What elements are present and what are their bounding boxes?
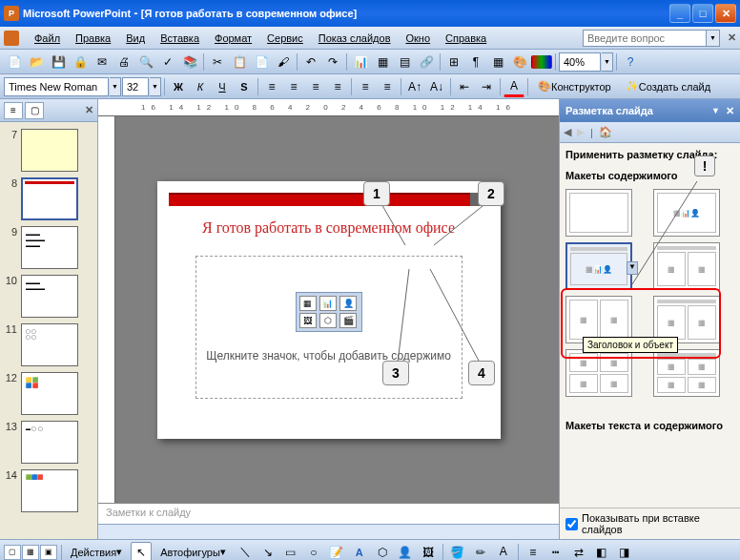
menu-format[interactable]: Формат — [207, 30, 259, 47]
fill-color-button[interactable]: 🪣 — [447, 542, 468, 561]
menu-view[interactable]: Вид — [118, 30, 153, 47]
font-color-button[interactable]: A — [493, 542, 514, 561]
editor-canvas[interactable]: Я готов работать в современном офисе ▦ 📊… — [98, 116, 559, 503]
slide-thumbnail[interactable]: 12🟨 🟩🟦 🟥 — [0, 369, 97, 418]
shadow-button[interactable]: S — [234, 76, 255, 97]
bullets-button[interactable]: ≡ — [377, 76, 398, 97]
align-left-button[interactable]: ≡ — [261, 76, 282, 97]
insert-media-icon[interactable]: 🎬 — [339, 313, 357, 328]
chart-button[interactable]: 📊 — [350, 52, 371, 73]
italic-button[interactable]: К — [190, 76, 211, 97]
close-button[interactable]: ✕ — [715, 4, 736, 23]
draw-actions-menu[interactable]: Действия ▾ — [64, 542, 129, 561]
align-justify-button[interactable]: ≡ — [327, 76, 348, 97]
format-painter-button[interactable]: 🖌 — [273, 52, 294, 73]
slideshow-view-button[interactable]: ▣ — [40, 545, 57, 560]
align-center-button[interactable]: ≡ — [283, 76, 304, 97]
designer-button[interactable]: 🎨 Конструктор — [531, 76, 618, 97]
zoom-dropdown[interactable]: ▼ — [602, 52, 613, 72]
preview-button[interactable]: 🔍 — [135, 52, 156, 73]
grayscale-button[interactable] — [531, 55, 552, 69]
decrease-font-button[interactable]: A↓ — [426, 76, 447, 97]
mdi-close-button[interactable]: ✕ — [728, 31, 736, 44]
slide-thumbnail[interactable]: 11▢ ▢▢ ▢ — [0, 321, 97, 369]
content-placeholder[interactable]: ▦ 📊 👤 🖼 ⬡ 🎬 Щелкните значок, чтобы добав… — [195, 256, 462, 399]
layout-blank[interactable] — [565, 189, 632, 237]
expand-button[interactable]: ⊞ — [443, 52, 464, 73]
clipart-tool[interactable]: 👤 — [395, 542, 416, 561]
select-tool[interactable]: ↖ — [131, 542, 152, 561]
slide-thumbnail[interactable]: 14🟩🟦🟥 — [0, 467, 97, 515]
new-button[interactable]: 📄 — [4, 52, 25, 73]
menu-insert[interactable]: Вставка — [153, 30, 207, 47]
3d-style-button[interactable]: ◨ — [614, 542, 635, 561]
arrow-tool[interactable]: ↘ — [257, 542, 278, 561]
underline-button[interactable]: Ч — [212, 76, 233, 97]
align-right-button[interactable]: ≡ — [305, 76, 326, 97]
system-menu-icon[interactable] — [4, 31, 19, 46]
panel-close-button[interactable]: ✕ — [85, 104, 93, 116]
line-color-button[interactable]: ✏ — [470, 542, 491, 561]
thumbnail-list[interactable]: 7 8 9▬▬▬▬▬▬▬▬▬▬ 10▬▬▬▬▬▬▬ 11▢ ▢▢ ▢ 12🟨 🟩… — [0, 122, 97, 539]
fontsize-combo[interactable]: 32 — [122, 77, 149, 96]
layout-dropdown-icon[interactable]: ▼ — [627, 261, 638, 275]
maximize-button[interactable]: □ — [692, 4, 713, 23]
current-slide[interactable]: Я готов работать в современном офисе ▦ 📊… — [157, 181, 501, 439]
save-button[interactable]: 💾 — [48, 52, 69, 73]
font-dropdown[interactable]: ▼ — [110, 77, 121, 96]
paste-button[interactable]: 📄 — [251, 52, 272, 73]
oval-tool[interactable]: ○ — [303, 542, 324, 561]
ask-question-input[interactable] — [583, 30, 707, 47]
menu-slideshow[interactable]: Показ слайдов — [311, 30, 399, 47]
increase-font-button[interactable]: A↑ — [404, 76, 425, 97]
insert-chart-icon[interactable]: 📊 — [319, 296, 337, 311]
hyperlink-button[interactable]: 🔗 — [416, 52, 437, 73]
cut-button[interactable]: ✂ — [207, 52, 228, 73]
normal-view-button[interactable]: ▢ — [4, 545, 21, 560]
minimize-button[interactable]: _ — [669, 4, 690, 23]
nav-forward-button[interactable]: ▶ — [577, 126, 585, 138]
grid-button[interactable]: ▦ — [487, 52, 508, 73]
sorter-view-button[interactable]: ▦ — [22, 545, 39, 560]
increase-indent-button[interactable]: ⇥ — [476, 76, 497, 97]
print-button[interactable]: 🖨 — [113, 52, 134, 73]
slide-thumbnail[interactable]: 8 — [0, 175, 97, 223]
rectangle-tool[interactable]: ▭ — [280, 542, 301, 561]
wordart-tool[interactable]: A — [349, 542, 370, 561]
insert-table-icon[interactable]: ▦ — [299, 296, 317, 311]
decrease-indent-button[interactable]: ⇤ — [454, 76, 475, 97]
line-tool[interactable]: ＼ — [235, 542, 256, 561]
menu-window[interactable]: Окно — [399, 30, 439, 47]
research-button[interactable]: 📚 — [179, 52, 200, 73]
insert-picture-icon[interactable]: 🖼 — [299, 313, 317, 328]
show-on-insert-checkbox[interactable] — [565, 518, 578, 530]
shadow-style-button[interactable]: ◧ — [591, 542, 612, 561]
slide-thumbnail[interactable]: 10▬▬▬▬▬▬▬ — [0, 272, 97, 321]
taskpane-close-button[interactable]: ✕ — [726, 105, 734, 117]
slide-thumbnail[interactable]: 13▬ ▢ ▢ — [0, 418, 97, 467]
nav-home-button[interactable]: 🏠 — [599, 126, 612, 138]
show-formatting-button[interactable]: ¶ — [465, 52, 486, 73]
color-button[interactable]: 🎨 — [509, 52, 530, 73]
line-style-button[interactable]: ≡ — [523, 542, 544, 561]
horizontal-scrollbar[interactable] — [98, 524, 559, 539]
layout-title-2content[interactable]: ▦▦ — [653, 242, 720, 290]
font-combo[interactable]: Times New Roman — [4, 77, 109, 96]
copy-button[interactable]: 📋 — [229, 52, 250, 73]
picture-tool[interactable]: 🖼 — [418, 542, 439, 561]
menu-edit[interactable]: Правка — [68, 30, 118, 47]
slide-thumbnail[interactable]: 7 — [0, 126, 97, 175]
notes-pane[interactable]: Заметки к слайду — [98, 503, 559, 524]
dash-style-button[interactable]: ┅ — [545, 542, 566, 561]
fontsize-dropdown[interactable]: ▼ — [150, 77, 161, 96]
autoshapes-menu[interactable]: Автофигуры ▾ — [154, 542, 233, 561]
menu-tools[interactable]: Сервис — [259, 30, 311, 47]
font-color-button[interactable]: A — [504, 76, 524, 97]
numbering-button[interactable]: ≡ — [355, 76, 376, 97]
textbox-tool[interactable]: 📝 — [326, 542, 347, 561]
slides-tab[interactable]: ▢ — [25, 102, 44, 119]
insert-clipart-icon[interactable]: 👤 — [339, 296, 357, 311]
slide-title-placeholder[interactable]: Я готов работать в современном офисе — [169, 219, 489, 237]
outline-tab[interactable]: ≡ — [4, 102, 23, 119]
permission-button[interactable]: 🔒 — [70, 52, 91, 73]
